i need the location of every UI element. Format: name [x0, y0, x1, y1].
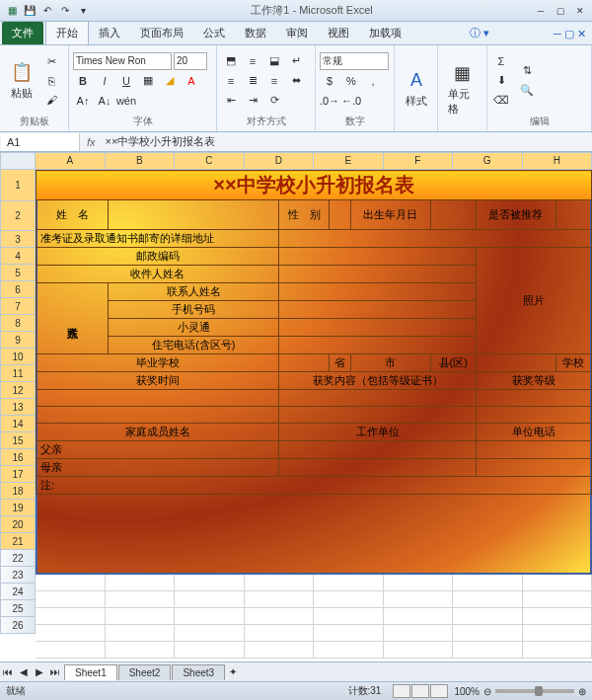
col-header[interactable]: G [453, 152, 523, 170]
col-header[interactable]: C [175, 152, 245, 170]
align-bot-icon[interactable]: ⬓ [264, 52, 284, 70]
tab-file[interactable]: 文件 [2, 22, 43, 44]
col-header[interactable]: B [106, 152, 176, 170]
row-headers[interactable]: 12 34 56 78 910 1112 1314 1516 1718 1920… [0, 170, 36, 642]
fx-icon[interactable]: fx [81, 136, 102, 148]
worksheet-grid[interactable]: ××中学校小升初报名表 姓 名性 别出生年月日是否被推荐 准考证及录取通知书邮寄… [36, 170, 592, 642]
font-group-label: 字体 [73, 114, 212, 129]
comma-icon[interactable]: , [363, 72, 383, 90]
select-all-corner[interactable] [0, 152, 36, 170]
col-header[interactable]: D [245, 152, 315, 170]
font-size-select[interactable]: 20 [174, 52, 207, 70]
new-sheet-icon[interactable]: ✦ [225, 664, 241, 680]
min-ribbon-button[interactable]: ─ ▢ ✕ [548, 24, 592, 44]
font-color-button[interactable]: A [182, 72, 201, 90]
tab-formula[interactable]: 公式 [193, 22, 235, 44]
help-icon[interactable]: ⓘ ▾ [464, 22, 495, 44]
qat-dropdown-icon[interactable]: ▾ [75, 3, 91, 19]
phonetic-icon[interactable]: wén [116, 92, 136, 110]
sheet-tab-1[interactable]: Sheet1 [64, 664, 117, 680]
tab-nav-first[interactable]: ⏮ [0, 664, 16, 680]
sort-icon[interactable]: ⇅ [517, 62, 537, 80]
cells-icon: ▦ [451, 61, 475, 85]
copy-icon[interactable]: ⎘ [41, 72, 61, 90]
border-button[interactable]: ▦ [138, 72, 158, 90]
number-group-label: 数字 [320, 114, 390, 129]
brush-icon[interactable]: 🖌 [41, 91, 61, 109]
italic-button[interactable]: I [95, 72, 114, 90]
name-box[interactable]: A1 [1, 133, 80, 151]
tab-data[interactable]: 数据 [235, 22, 276, 44]
tab-insert[interactable]: 插入 [89, 22, 130, 44]
indent-inc-icon[interactable]: ⇥ [243, 92, 262, 110]
align-right-icon[interactable]: ≡ [264, 72, 284, 90]
save-icon[interactable]: 💾 [22, 3, 37, 19]
align-group-label: 对齐方式 [221, 114, 311, 129]
tab-nav-prev[interactable]: ◀ [16, 664, 32, 680]
formula-bar[interactable]: ××中学校小升初报名表 [102, 134, 592, 149]
view-normal-icon[interactable] [393, 684, 410, 698]
number-format-select[interactable]: 常规 [320, 52, 389, 70]
wrap-icon[interactable]: ↵ [286, 52, 306, 70]
status-count: 计数:31 [348, 684, 382, 698]
view-break-icon[interactable] [430, 684, 448, 698]
clipboard-group-label: 剪贴板 [4, 114, 64, 129]
align-top-icon[interactable]: ⬒ [221, 52, 241, 70]
inc-decimal-icon[interactable]: .0→ [320, 92, 339, 110]
fill-color-button[interactable]: ◢ [160, 72, 180, 90]
merge-icon[interactable]: ⬌ [286, 72, 306, 90]
form-title: ××中学校小升初报名表 [37, 171, 592, 200]
minimize-button[interactable]: ─ [533, 4, 549, 18]
undo-icon[interactable]: ↶ [39, 3, 55, 19]
tab-nav-last[interactable]: ⏭ [47, 664, 63, 680]
paste-label: 粘贴 [11, 86, 33, 101]
col-header[interactable]: E [314, 152, 384, 170]
redo-icon[interactable]: ↷ [57, 3, 73, 19]
tab-view[interactable]: 视图 [318, 22, 359, 44]
bold-button[interactable]: B [73, 72, 93, 90]
clear-icon[interactable]: ⌫ [491, 92, 511, 110]
currency-icon[interactable]: $ [320, 72, 339, 90]
maximize-button[interactable]: ▢ [553, 4, 568, 18]
styles-icon: A [405, 68, 428, 92]
edit-group-label: 编辑 [491, 114, 587, 129]
shrink-font-icon[interactable]: A↓ [95, 92, 114, 110]
view-layout-icon[interactable] [411, 684, 429, 698]
tab-home[interactable]: 开始 [45, 21, 89, 44]
align-center-icon[interactable]: ≣ [243, 72, 262, 90]
tab-nav-next[interactable]: ▶ [32, 664, 47, 680]
status-ready: 就绪 [6, 684, 26, 698]
indent-dec-icon[interactable]: ⇤ [221, 92, 241, 110]
close-button[interactable]: ✕ [572, 4, 588, 18]
paste-button[interactable]: 📋 粘贴 [4, 58, 39, 103]
align-mid-icon[interactable]: ≡ [243, 52, 262, 70]
zoom-out-icon[interactable]: ⊖ [483, 686, 491, 697]
zoom-level: 100% [454, 686, 480, 697]
styles-button[interactable]: A样式 [399, 66, 434, 111]
tab-addin[interactable]: 加载项 [359, 22, 411, 44]
align-left-icon[interactable]: ≡ [221, 72, 241, 90]
zoom-slider[interactable] [495, 689, 574, 693]
percent-icon[interactable]: % [341, 72, 361, 90]
cut-icon[interactable]: ✂ [41, 53, 61, 71]
excel-icon: ▦ [4, 3, 20, 19]
grow-font-icon[interactable]: A↑ [73, 92, 93, 110]
col-header[interactable]: H [523, 152, 593, 170]
paste-icon: 📋 [10, 60, 34, 84]
sheet-tab-2[interactable]: Sheet2 [118, 664, 172, 680]
tab-layout[interactable]: 页面布局 [130, 22, 193, 44]
underline-button[interactable]: U [116, 72, 136, 90]
window-title: 工作簿1 - Microsoft Excel [91, 3, 533, 18]
font-name-select[interactable]: Times New Ron [73, 52, 172, 70]
col-header[interactable]: A [36, 152, 106, 170]
find-icon[interactable]: 🔍 [517, 82, 537, 100]
cells-button[interactable]: ▦单元格 [442, 59, 482, 118]
col-header[interactable]: F [384, 152, 454, 170]
orient-icon[interactable]: ⟳ [264, 92, 284, 110]
sheet-tab-3[interactable]: Sheet3 [172, 664, 225, 680]
dec-decimal-icon[interactable]: ←.0 [341, 92, 361, 110]
fill-icon[interactable]: ⬇ [491, 72, 511, 90]
zoom-in-icon[interactable]: ⊕ [578, 686, 586, 697]
tab-review[interactable]: 审阅 [276, 22, 318, 44]
sum-icon[interactable]: Σ [491, 52, 511, 70]
